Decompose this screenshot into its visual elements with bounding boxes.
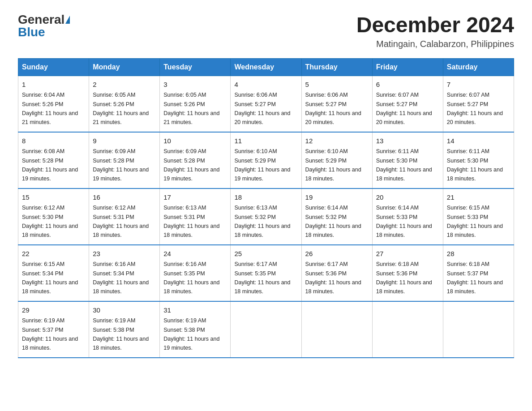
day-cell: 21 Sunrise: 6:15 AMSunset: 5:33 PMDaylig…: [443, 188, 514, 245]
day-cell: 24 Sunrise: 6:16 AMSunset: 5:35 PMDaylig…: [160, 245, 231, 301]
page-header: General Blue December 2024 Matingain, Ca…: [18, 13, 514, 49]
day-info: Sunrise: 6:05 AMSunset: 5:26 PMDaylight:…: [93, 92, 149, 125]
day-number: 7: [447, 80, 510, 90]
day-cell: 16 Sunrise: 6:12 AMSunset: 5:31 PMDaylig…: [89, 188, 160, 245]
day-cell: 6 Sunrise: 6:07 AMSunset: 5:27 PMDayligh…: [372, 76, 443, 132]
day-cell: [372, 301, 443, 358]
day-info: Sunrise: 6:05 AMSunset: 5:26 PMDaylight:…: [163, 92, 219, 125]
day-number: 14: [447, 136, 510, 146]
day-number: 15: [22, 193, 85, 203]
column-header-friday: Friday: [372, 58, 443, 76]
day-info: Sunrise: 6:12 AMSunset: 5:31 PMDaylight:…: [93, 205, 149, 238]
column-header-saturday: Saturday: [443, 58, 514, 76]
logo-blue-text: Blue: [18, 26, 45, 39]
column-header-monday: Monday: [89, 58, 160, 76]
day-number: 27: [376, 249, 439, 259]
day-info: Sunrise: 6:13 AMSunset: 5:32 PMDaylight:…: [234, 205, 290, 238]
day-cell: 30 Sunrise: 6:19 AMSunset: 5:38 PMDaylig…: [89, 301, 160, 358]
day-number: 4: [234, 80, 297, 90]
day-cell: 19 Sunrise: 6:14 AMSunset: 5:32 PMDaylig…: [301, 188, 372, 245]
calendar-header-row: SundayMondayTuesdayWednesdayThursdayFrid…: [18, 58, 514, 76]
day-number: 30: [93, 305, 156, 316]
day-info: Sunrise: 6:14 AMSunset: 5:33 PMDaylight:…: [376, 205, 432, 238]
logo-triangle-icon: [65, 16, 70, 24]
day-info: Sunrise: 6:10 AMSunset: 5:29 PMDaylight:…: [234, 148, 290, 182]
day-number: 3: [163, 80, 227, 90]
week-row-1: 1 Sunrise: 6:04 AMSunset: 5:26 PMDayligh…: [18, 76, 514, 132]
day-info: Sunrise: 6:19 AMSunset: 5:38 PMDaylight:…: [163, 317, 219, 351]
day-info: Sunrise: 6:11 AMSunset: 5:30 PMDaylight:…: [447, 148, 503, 182]
column-header-wednesday: Wednesday: [231, 58, 301, 76]
day-info: Sunrise: 6:16 AMSunset: 5:34 PMDaylight:…: [93, 261, 149, 295]
day-cell: 29 Sunrise: 6:19 AMSunset: 5:37 PMDaylig…: [18, 301, 89, 358]
day-cell: 1 Sunrise: 6:04 AMSunset: 5:26 PMDayligh…: [18, 76, 89, 132]
day-cell: 9 Sunrise: 6:09 AMSunset: 5:28 PMDayligh…: [89, 132, 160, 188]
day-cell: 23 Sunrise: 6:16 AMSunset: 5:34 PMDaylig…: [89, 245, 160, 301]
day-info: Sunrise: 6:06 AMSunset: 5:27 PMDaylight:…: [234, 92, 290, 125]
day-cell: 4 Sunrise: 6:06 AMSunset: 5:27 PMDayligh…: [231, 76, 301, 132]
day-cell: 28 Sunrise: 6:18 AMSunset: 5:37 PMDaylig…: [443, 245, 514, 301]
location-title: Matingain, Calabarzon, Philippines: [356, 39, 514, 49]
day-number: 21: [447, 193, 510, 203]
day-cell: 11 Sunrise: 6:10 AMSunset: 5:29 PMDaylig…: [231, 132, 301, 188]
day-number: 11: [234, 136, 297, 146]
week-row-2: 8 Sunrise: 6:08 AMSunset: 5:28 PMDayligh…: [18, 132, 514, 188]
day-cell: 22 Sunrise: 6:15 AMSunset: 5:34 PMDaylig…: [18, 245, 89, 301]
day-number: 28: [447, 249, 510, 259]
day-cell: 15 Sunrise: 6:12 AMSunset: 5:30 PMDaylig…: [18, 188, 89, 245]
day-info: Sunrise: 6:19 AMSunset: 5:38 PMDaylight:…: [93, 317, 149, 351]
day-number: 29: [22, 305, 85, 316]
day-cell: 17 Sunrise: 6:13 AMSunset: 5:31 PMDaylig…: [160, 188, 231, 245]
day-cell: 26 Sunrise: 6:17 AMSunset: 5:36 PMDaylig…: [301, 245, 372, 301]
logo: General Blue: [18, 13, 70, 39]
day-info: Sunrise: 6:09 AMSunset: 5:28 PMDaylight:…: [93, 148, 149, 182]
day-cell: 18 Sunrise: 6:13 AMSunset: 5:32 PMDaylig…: [231, 188, 301, 245]
day-info: Sunrise: 6:10 AMSunset: 5:29 PMDaylight:…: [305, 148, 361, 182]
day-number: 5: [305, 80, 369, 90]
day-number: 1: [22, 80, 85, 90]
week-row-3: 15 Sunrise: 6:12 AMSunset: 5:30 PMDaylig…: [18, 188, 514, 245]
day-number: 13: [376, 136, 439, 146]
day-number: 19: [305, 193, 369, 203]
day-info: Sunrise: 6:13 AMSunset: 5:31 PMDaylight:…: [163, 205, 219, 238]
day-number: 23: [93, 249, 156, 259]
day-cell: 10 Sunrise: 6:09 AMSunset: 5:28 PMDaylig…: [160, 132, 231, 188]
day-number: 31: [163, 305, 227, 316]
day-info: Sunrise: 6:07 AMSunset: 5:27 PMDaylight:…: [447, 92, 503, 125]
day-info: Sunrise: 6:19 AMSunset: 5:37 PMDaylight:…: [22, 317, 78, 351]
month-title: December 2024: [356, 13, 514, 37]
day-info: Sunrise: 6:18 AMSunset: 5:37 PMDaylight:…: [447, 261, 503, 295]
day-number: 20: [376, 193, 439, 203]
day-number: 8: [22, 136, 85, 146]
day-info: Sunrise: 6:17 AMSunset: 5:35 PMDaylight:…: [234, 261, 290, 295]
day-cell: 12 Sunrise: 6:10 AMSunset: 5:29 PMDaylig…: [301, 132, 372, 188]
day-number: 24: [163, 249, 227, 259]
day-info: Sunrise: 6:11 AMSunset: 5:30 PMDaylight:…: [376, 148, 432, 182]
day-number: 18: [234, 193, 297, 203]
day-cell: 8 Sunrise: 6:08 AMSunset: 5:28 PMDayligh…: [18, 132, 89, 188]
day-info: Sunrise: 6:18 AMSunset: 5:36 PMDaylight:…: [376, 261, 432, 295]
logo-general-text: General: [18, 13, 64, 26]
day-info: Sunrise: 6:16 AMSunset: 5:35 PMDaylight:…: [163, 261, 219, 295]
week-row-5: 29 Sunrise: 6:19 AMSunset: 5:37 PMDaylig…: [18, 301, 514, 358]
day-info: Sunrise: 6:12 AMSunset: 5:30 PMDaylight:…: [22, 205, 78, 238]
day-info: Sunrise: 6:09 AMSunset: 5:28 PMDaylight:…: [163, 148, 219, 182]
day-cell: 31 Sunrise: 6:19 AMSunset: 5:38 PMDaylig…: [160, 301, 231, 358]
day-number: 9: [93, 136, 156, 146]
day-info: Sunrise: 6:07 AMSunset: 5:27 PMDaylight:…: [376, 92, 432, 125]
day-number: 10: [163, 136, 227, 146]
day-info: Sunrise: 6:06 AMSunset: 5:27 PMDaylight:…: [305, 92, 361, 125]
day-cell: [443, 301, 514, 358]
day-number: 6: [376, 80, 439, 90]
title-block: December 2024 Matingain, Calabarzon, Phi…: [356, 13, 514, 49]
day-info: Sunrise: 6:17 AMSunset: 5:36 PMDaylight:…: [305, 261, 361, 295]
day-number: 22: [22, 249, 85, 259]
day-info: Sunrise: 6:15 AMSunset: 5:33 PMDaylight:…: [447, 205, 503, 238]
day-cell: 27 Sunrise: 6:18 AMSunset: 5:36 PMDaylig…: [372, 245, 443, 301]
day-number: 2: [93, 80, 156, 90]
day-number: 12: [305, 136, 369, 146]
day-info: Sunrise: 6:04 AMSunset: 5:26 PMDaylight:…: [22, 92, 78, 125]
day-number: 16: [93, 193, 156, 203]
day-number: 26: [305, 249, 369, 259]
column-header-sunday: Sunday: [18, 58, 89, 76]
